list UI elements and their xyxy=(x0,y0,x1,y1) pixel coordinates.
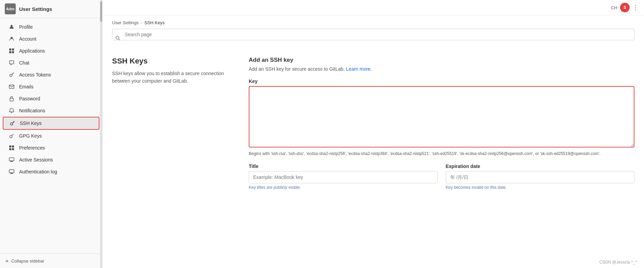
key-textarea[interactable] xyxy=(249,86,634,147)
svg-rect-3 xyxy=(12,48,14,51)
svg-rect-17 xyxy=(9,170,14,173)
scrollbar-thumb[interactable] xyxy=(100,1,102,22)
emails-icon xyxy=(8,84,15,89)
sidebar-item-label-account: Account xyxy=(19,36,37,42)
breadcrumb-parent[interactable]: User Settings xyxy=(112,20,139,25)
svg-rect-14 xyxy=(12,148,14,150)
title-input[interactable] xyxy=(249,171,438,183)
learn-more-link[interactable]: Learn more. xyxy=(346,66,372,72)
account-icon xyxy=(8,36,15,42)
sidebar-item-ssh-keys[interactable]: SSH Keys xyxy=(3,117,99,130)
sidebar-item-gpg-keys[interactable]: GPG Keys xyxy=(3,130,99,142)
svg-rect-16 xyxy=(10,161,13,162)
sidebar-item-active-sessions[interactable]: Active Sessions xyxy=(3,154,99,166)
sidebar-item-label-password: Password xyxy=(19,96,40,101)
expiration-label: Expiration date xyxy=(446,164,635,169)
top-bar-avatar[interactable]: S xyxy=(620,3,630,12)
svg-rect-2 xyxy=(9,48,11,51)
top-bar-right: CH S ⋮ xyxy=(611,3,639,12)
sidebar-item-label-authentication-log: Authentication log xyxy=(19,169,57,174)
access-tokens-icon xyxy=(8,72,15,77)
applications-icon xyxy=(8,48,15,54)
authentication-log-icon xyxy=(8,169,15,174)
left-column: SSH Keys SSH keys allow you to establish… xyxy=(112,57,235,190)
add-ssh-title: Add an SSH key xyxy=(249,57,634,64)
notifications-icon xyxy=(8,108,15,113)
sidebar-item-label-applications: Applications xyxy=(19,48,45,54)
sidebar-item-label-access-tokens: Access Tokens xyxy=(19,72,51,77)
sidebar-item-label-chat: Chat xyxy=(19,60,29,66)
sidebar-item-label-active-sessions: Active Sessions xyxy=(19,157,53,163)
sidebar: Adm User Settings Profile Account Applic… xyxy=(0,0,102,268)
page-layout: SSH Keys SSH keys allow you to establish… xyxy=(112,57,634,190)
top-bar-more-button[interactable]: ⋮ xyxy=(632,4,639,11)
svg-point-19 xyxy=(116,36,119,39)
svg-point-9 xyxy=(11,123,13,125)
sidebar-item-emails[interactable]: Emails xyxy=(3,81,99,93)
page-title: SSH Keys xyxy=(112,57,235,66)
search-input[interactable] xyxy=(112,29,634,40)
svg-line-20 xyxy=(119,39,120,40)
sidebar-item-label-gpg-keys: GPG Keys xyxy=(19,133,42,139)
search-wrap xyxy=(112,29,634,48)
breadcrumb-current: SSH Keys xyxy=(144,20,164,25)
scrollbar[interactable] xyxy=(100,0,102,268)
breadcrumb: User Settings › SSH Keys xyxy=(112,15,634,29)
sidebar-item-access-tokens[interactable]: Access Tokens xyxy=(3,69,99,81)
svg-rect-4 xyxy=(9,51,11,53)
key-label: Key xyxy=(249,79,634,84)
sidebar-item-label-profile: Profile xyxy=(19,24,33,30)
avatar: Adm xyxy=(5,3,16,14)
key-hint: Begins with 'ssh-rsa', 'ssh-dss', 'ecdsa… xyxy=(249,151,634,157)
svg-rect-7 xyxy=(9,85,14,88)
sidebar-item-label-emails: Emails xyxy=(19,84,33,89)
profile-icon xyxy=(8,24,15,30)
sidebar-title: User Settings xyxy=(19,6,52,12)
chat-icon xyxy=(8,60,15,66)
svg-rect-13 xyxy=(9,148,11,150)
watermark: CSDN @Jesscia ^_^ xyxy=(599,260,637,265)
svg-rect-8 xyxy=(10,98,13,101)
title-group: Title Key titles are publicly visible. xyxy=(249,164,438,190)
top-bar-ch-label: CH xyxy=(611,5,617,10)
title-label: Title xyxy=(249,164,438,169)
collapse-icon: « xyxy=(5,258,9,264)
sidebar-item-preferences[interactable]: Preferences xyxy=(3,142,99,154)
sidebar-item-account[interactable]: Account xyxy=(3,33,99,45)
collapse-sidebar-button[interactable]: « Collapse sidebar xyxy=(0,253,102,268)
sidebar-item-label-preferences: Preferences xyxy=(19,145,45,151)
expiration-input[interactable] xyxy=(446,171,635,183)
sidebar-nav: Profile Account Applications Chat xyxy=(0,18,102,253)
password-icon xyxy=(8,96,15,101)
sidebar-item-password[interactable]: Password xyxy=(3,93,99,104)
preferences-icon xyxy=(8,145,15,151)
breadcrumb-separator: › xyxy=(141,20,142,25)
svg-rect-18 xyxy=(10,173,13,174)
sidebar-item-profile[interactable]: Profile xyxy=(3,21,99,33)
active-sessions-icon xyxy=(8,157,15,163)
ssh-keys-icon xyxy=(9,121,16,126)
sidebar-item-notifications[interactable]: Notifications xyxy=(3,105,99,116)
top-bar: CH S ⋮ xyxy=(102,0,644,15)
svg-point-6 xyxy=(10,74,12,77)
sidebar-item-label-ssh-keys: SSH Keys xyxy=(20,121,42,126)
add-ssh-description: Add an SSH key for secure access to GitL… xyxy=(249,66,634,72)
svg-rect-11 xyxy=(9,145,11,147)
right-column: Add an SSH key Add an SSH key for secure… xyxy=(249,57,634,190)
form-row: Title Key titles are publicly visible. E… xyxy=(249,164,634,190)
section-description: SSH keys allow you to establish a secure… xyxy=(112,70,235,85)
sidebar-item-chat[interactable]: Chat xyxy=(3,57,99,69)
svg-point-10 xyxy=(10,136,12,138)
expiration-hint: Key becomes invalid on this date. xyxy=(446,185,635,190)
sidebar-item-applications[interactable]: Applications xyxy=(3,45,99,57)
search-icon xyxy=(115,36,120,42)
main-content: CH S ⋮ User Settings › SSH Keys SSH Keys xyxy=(102,0,644,268)
svg-rect-12 xyxy=(12,145,14,147)
title-hint: Key titles are publicly visible. xyxy=(249,185,438,190)
sidebar-header: Adm User Settings xyxy=(0,0,102,18)
content-area: User Settings › SSH Keys SSH Keys SSH ke… xyxy=(102,15,644,268)
sidebar-item-authentication-log[interactable]: Authentication log xyxy=(3,166,99,178)
sidebar-item-label-notifications: Notifications xyxy=(19,108,45,113)
svg-rect-5 xyxy=(12,51,14,53)
svg-rect-15 xyxy=(9,158,14,161)
